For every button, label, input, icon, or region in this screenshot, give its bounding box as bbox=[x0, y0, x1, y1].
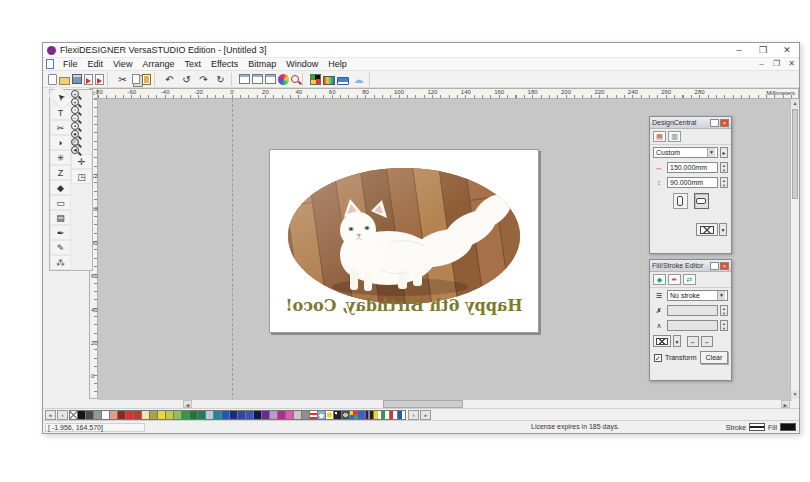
stroke-color-swatch[interactable] bbox=[749, 423, 765, 431]
apply-dropdown-icon[interactable]: ▼ bbox=[719, 223, 727, 236]
zoom-previous-tool-icon[interactable]: ◄ bbox=[71, 146, 79, 154]
chevron-down-icon[interactable]: ▼ bbox=[707, 148, 715, 157]
fill-stroke-title-bar[interactable]: Fill/Stroke Editor × bbox=[650, 260, 731, 272]
vertical-scroll-thumb[interactable] bbox=[792, 109, 798, 199]
menu-view[interactable]: View bbox=[108, 58, 137, 71]
page-height-field[interactable]: 90.000mm bbox=[667, 177, 718, 188]
zoom-color-tool-icon[interactable]: ● bbox=[71, 130, 79, 138]
shadow-tool-icon[interactable]: ◆ bbox=[50, 180, 71, 195]
panel-close-icon[interactable]: × bbox=[720, 262, 729, 270]
design-central-title-bar[interactable]: DesignCentral × bbox=[650, 117, 731, 129]
swatch-seg-blue[interactable] bbox=[397, 410, 406, 420]
measure-tool-icon[interactable]: ▤ bbox=[50, 210, 71, 225]
menu-bitmap[interactable]: Bitmap bbox=[243, 58, 281, 71]
scroll-right-arrow[interactable]: ▶ bbox=[781, 400, 790, 408]
menu-arrange[interactable]: Arrange bbox=[137, 58, 179, 71]
stroke-width-spinner[interactable]: ▲▼ bbox=[720, 305, 728, 316]
stroke-dropdown-icon[interactable]: ▼ bbox=[673, 335, 681, 347]
import-icon[interactable] bbox=[84, 74, 93, 85]
arc-tool-icon[interactable]: ◗ bbox=[50, 135, 71, 150]
copy-icon[interactable] bbox=[132, 74, 140, 84]
point-edit-tool-icon[interactable]: ✳ bbox=[50, 150, 71, 165]
page-width-field[interactable]: 150.000mm bbox=[667, 162, 718, 173]
stroke-tab-icon[interactable]: ✒ bbox=[668, 274, 681, 285]
menu-help[interactable]: Help bbox=[323, 58, 352, 71]
eyedropper-tool-icon[interactable]: ✒ bbox=[50, 225, 71, 240]
print-icon[interactable] bbox=[337, 77, 349, 85]
mdi-restore-button[interactable]: ❐ bbox=[769, 58, 784, 70]
find-preview-icon[interactable] bbox=[291, 75, 299, 83]
width-spinner[interactable]: ▲▼ bbox=[720, 162, 728, 173]
menu-edit[interactable]: Edit bbox=[83, 58, 109, 71]
miter-spinner[interactable]: ▲▼ bbox=[720, 320, 728, 331]
portrait-button[interactable] bbox=[673, 193, 688, 209]
chevron-down-icon[interactable]: ▼ bbox=[717, 291, 725, 300]
close-button[interactable]: ✕ bbox=[775, 43, 799, 57]
panel-minimize-icon[interactable] bbox=[710, 119, 719, 127]
greeting-text[interactable]: Happy 6th Birthday, Coco! bbox=[270, 296, 538, 315]
panel-minimize-icon[interactable] bbox=[710, 262, 719, 270]
horizontal-scrollbar[interactable]: ◀ ▶ bbox=[98, 399, 790, 408]
gradient-tab-icon[interactable]: ⇄ bbox=[683, 274, 696, 285]
palette-next-button[interactable]: › bbox=[408, 410, 419, 420]
paste-icon[interactable] bbox=[142, 74, 151, 85]
page-preset-select[interactable]: Custom ▼ bbox=[653, 147, 718, 158]
transform-checkbox[interactable]: ✓ bbox=[654, 354, 662, 362]
brush-tool-icon[interactable]: ✎ bbox=[50, 240, 71, 255]
horizontal-scroll-thumb[interactable] bbox=[383, 400, 463, 408]
design-central-icon[interactable] bbox=[239, 74, 250, 84]
open-icon[interactable] bbox=[59, 77, 70, 85]
vertical-scrollbar[interactable]: ▲ ▼ bbox=[790, 99, 799, 399]
panel-close-icon[interactable]: × bbox=[720, 119, 729, 127]
zoom-in-tool-icon[interactable]: + bbox=[71, 90, 79, 98]
palette-last-button[interactable]: » bbox=[420, 410, 431, 420]
cut-icon[interactable]: ✂ bbox=[115, 72, 130, 87]
fill-color-swatch[interactable] bbox=[780, 423, 796, 431]
zoom-area-tool-icon[interactable]: ◰ bbox=[71, 138, 79, 146]
cloud-icon[interactable]: ☁ bbox=[351, 72, 366, 87]
margins-tab-icon[interactable]: ▥ bbox=[668, 131, 681, 142]
scroll-up-arrow[interactable]: ▲ bbox=[791, 99, 799, 108]
zoom-plus-tool-icon[interactable]: + bbox=[71, 98, 79, 106]
scroll-down-arrow[interactable]: ▼ bbox=[791, 390, 799, 399]
save-icon[interactable] bbox=[72, 74, 82, 84]
menu-text[interactable]: Text bbox=[179, 58, 206, 71]
stroke-type-select[interactable]: No stroke ▼ bbox=[667, 290, 728, 301]
zoom-page-tool-icon[interactable]: ▫ bbox=[71, 106, 79, 114]
design-editor-icon[interactable] bbox=[265, 74, 276, 84]
spray-tool-icon[interactable]: ⁂ bbox=[50, 255, 71, 270]
multi-redo-icon[interactable]: ↻ bbox=[213, 72, 228, 87]
weld-tool-icon[interactable]: ✂ bbox=[50, 120, 71, 135]
menu-window[interactable]: Window bbox=[281, 58, 323, 71]
menu-effects[interactable]: Effects bbox=[206, 58, 243, 71]
zigzag-tool-icon[interactable]: Z bbox=[50, 165, 71, 180]
clear-button[interactable]: Clear bbox=[700, 351, 729, 364]
redo-icon[interactable]: ↷ bbox=[196, 72, 211, 87]
rectangle-tool-icon[interactable]: ▭ bbox=[50, 195, 71, 210]
horizontal-ruler[interactable]: Millimeters -80-60-40-200204060801001201… bbox=[98, 88, 799, 99]
miter-field[interactable] bbox=[667, 320, 718, 331]
new-document-icon[interactable] bbox=[48, 74, 57, 85]
undo-icon[interactable]: ↶ bbox=[162, 72, 177, 87]
zoom-out-tool-icon[interactable]: − bbox=[71, 114, 79, 122]
export-icon[interactable] bbox=[95, 74, 104, 85]
fill-tab-icon[interactable]: ◆ bbox=[653, 274, 666, 285]
preset-more-button[interactable]: ▸ bbox=[720, 147, 728, 158]
crop-tool-icon[interactable]: ◳ bbox=[71, 169, 92, 184]
mdi-minimize-button[interactable]: – bbox=[754, 58, 769, 70]
design-page[interactable]: Happy 6th Birthday, Coco! bbox=[269, 149, 539, 333]
stroke-envelope-button[interactable] bbox=[653, 335, 671, 347]
document-tab-icon[interactable]: ▤ bbox=[653, 131, 666, 142]
landscape-button[interactable] bbox=[694, 193, 709, 209]
cap-style-button-1[interactable]: ⌐ bbox=[687, 336, 699, 347]
document-icon[interactable] bbox=[46, 59, 54, 69]
minimize-button[interactable]: – bbox=[727, 43, 751, 57]
fill-stroke-editor-icon[interactable] bbox=[252, 74, 263, 84]
mdi-close-button[interactable]: ✕ bbox=[784, 58, 799, 70]
stroke-width-field[interactable] bbox=[667, 305, 718, 316]
color-mixer-icon[interactable] bbox=[278, 74, 289, 85]
scroll-left-arrow[interactable]: ◀ bbox=[183, 400, 192, 408]
rip-preview-icon[interactable] bbox=[323, 76, 335, 85]
pan-tool-icon[interactable]: ✛ bbox=[71, 154, 92, 169]
cap-style-button-2[interactable]: ⌐ bbox=[701, 336, 713, 347]
